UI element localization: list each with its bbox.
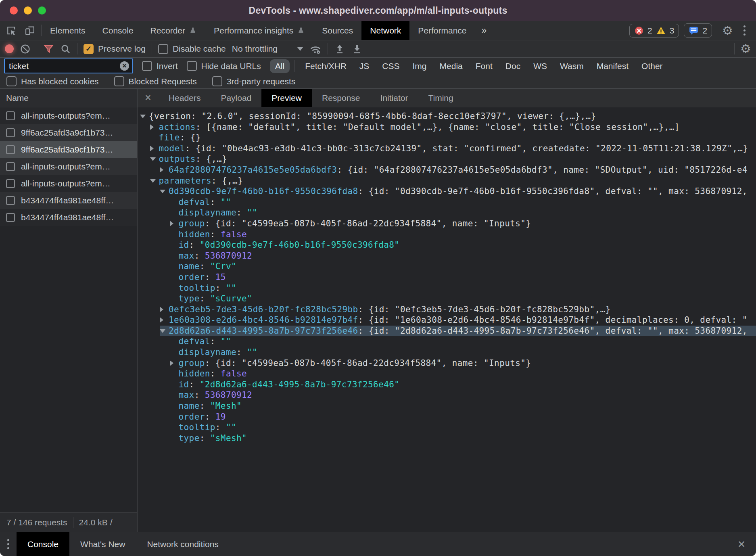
tree-line[interactable]: order: 19	[138, 412, 756, 422]
expand-arrow-icon[interactable]	[150, 154, 159, 165]
hide-data-urls-toggle[interactable]: Hide data URLs	[187, 61, 261, 71]
detail-tab-headers[interactable]: Headers	[159, 89, 211, 107]
tree-line[interactable]: max: 536870912	[138, 251, 756, 261]
clear-filter-icon[interactable]: ×	[120, 61, 129, 71]
messages-badge[interactable]: 2	[684, 23, 712, 38]
type-filter-fetch-xhr[interactable]: Fetch/XHR	[300, 59, 352, 73]
network-conditions-icon[interactable]	[309, 43, 322, 55]
drawer-tab-console[interactable]: Console	[17, 532, 69, 556]
detail-tab-payload[interactable]: Payload	[211, 89, 261, 107]
tree-line[interactable]: displayname: ""	[138, 207, 756, 218]
tree-line[interactable]: 0d390cdb-9e7f-46b0-b16f-9550c396fda8: {i…	[138, 186, 756, 197]
tree-line[interactable]: {version: "2.6.0", sessionId: "85990094-…	[138, 111, 756, 122]
tree-line[interactable]: order: 15	[138, 272, 756, 283]
invert-toggle[interactable]: Invert	[142, 61, 178, 71]
type-filter-css[interactable]: CSS	[377, 59, 405, 73]
expand-arrow-icon[interactable]	[150, 143, 159, 154]
request-row[interactable]: all-inputs-outputs?em…	[0, 158, 137, 175]
tree-line[interactable]: tooltip: ""	[138, 422, 756, 433]
close-detail-icon[interactable]: ×	[138, 89, 159, 107]
request-row[interactable]: b434474ff4a981ae48ff…	[0, 209, 137, 226]
zoom-window-button[interactable]	[38, 6, 46, 15]
tree-line[interactable]: name: "Mesh"	[138, 401, 756, 412]
has-blocked-cookies-toggle[interactable]: Has blocked cookies	[6, 76, 99, 86]
tab-elements[interactable]: Elements	[42, 21, 94, 40]
tree-line[interactable]: outputs: {,…}	[138, 154, 756, 165]
disable-cache-checkbox[interactable]	[158, 44, 168, 54]
tree-line[interactable]: group: {id: "c4599ea5-087b-405f-86ad-22d…	[138, 218, 756, 229]
type-filter-doc[interactable]: Doc	[500, 59, 526, 73]
detail-tab-response[interactable]: Response	[312, 89, 370, 107]
tab-performance[interactable]: Performance	[409, 21, 475, 40]
request-checkbox[interactable]	[6, 111, 15, 120]
disable-cache-toggle[interactable]: Disable cache	[158, 44, 226, 54]
device-toolbar-icon[interactable]	[24, 25, 36, 36]
minimize-window-button[interactable]	[24, 6, 32, 15]
import-har-icon[interactable]	[334, 43, 345, 54]
request-row[interactable]: all-inputs-outputs?em…	[0, 175, 137, 192]
tree-line[interactable]: max: 536870912	[138, 390, 756, 401]
blocked-requests-checkbox[interactable]	[114, 76, 124, 86]
expand-arrow-icon[interactable]	[160, 315, 169, 326]
tab-sources[interactable]: Sources	[313, 21, 361, 40]
close-drawer-icon[interactable]: ×	[727, 532, 756, 556]
expand-arrow-icon[interactable]	[170, 218, 179, 229]
tree-line[interactable]: parameters: {,…}	[138, 176, 756, 186]
tree-line[interactable]: 64af28807476237a4615e5e05da6bdf3: {id: "…	[138, 165, 756, 176]
tab-recorder[interactable]: Recorder	[142, 21, 205, 40]
detail-tab-preview[interactable]: Preview	[261, 89, 312, 107]
expand-arrow-icon[interactable]	[170, 358, 179, 369]
expand-arrow-icon[interactable]	[150, 176, 159, 186]
inspect-element-icon[interactable]	[6, 25, 17, 36]
tree-line[interactable]: tooltip: ""	[138, 283, 756, 294]
preserve-log-checkbox[interactable]: ✓	[84, 44, 94, 54]
preserve-log-toggle[interactable]: ✓ Preserve log	[84, 44, 146, 54]
filter-funnel-icon[interactable]	[43, 44, 54, 54]
tree-line[interactable]: actions: [{name: "default", title: "Defa…	[138, 122, 756, 133]
filter-input-box[interactable]: ×	[4, 59, 133, 73]
type-filter-manifest[interactable]: Manifest	[591, 59, 634, 73]
settings-gear-icon[interactable]: ⚙	[722, 25, 733, 37]
drawer-tab-what-s-new[interactable]: What's New	[69, 532, 136, 556]
tree-line[interactable]: file: {}	[138, 132, 756, 143]
type-filter-font[interactable]: Font	[470, 59, 498, 73]
tree-line[interactable]: id: "2d8d62a6-d443-4995-8a7b-97c73f256e4…	[138, 379, 756, 390]
tree-line[interactable]: model: {id: "0be4ac93-e3db-41c3-bb0c-313…	[138, 143, 756, 154]
third-party-requests-checkbox[interactable]	[212, 76, 222, 86]
type-filter-js[interactable]: JS	[354, 59, 375, 73]
request-row[interactable]: 9ff6ac25afd3a9cf1b73…	[0, 141, 137, 158]
request-row[interactable]: b434474ff4a981ae48ff…	[0, 192, 137, 209]
export-har-icon[interactable]	[351, 43, 363, 54]
request-checkbox[interactable]	[6, 179, 15, 188]
network-settings-gear-icon[interactable]: ⚙	[740, 43, 751, 55]
expand-arrow-icon[interactable]	[160, 326, 169, 337]
tree-line[interactable]: defval: ""	[138, 197, 756, 208]
invert-checkbox[interactable]	[142, 61, 152, 71]
type-filter-img[interactable]: Img	[407, 59, 432, 73]
tree-line[interactable]: displayname: ""	[138, 347, 756, 358]
drawer-menu-kebab-icon[interactable]	[0, 532, 17, 556]
tree-line[interactable]: 1e60a308-e2d6-4bc4-8546-b92814e97b4f: {i…	[138, 315, 756, 326]
type-filter-other[interactable]: Other	[636, 59, 668, 73]
expand-arrow-icon[interactable]	[150, 122, 159, 133]
expand-arrow-icon[interactable]	[140, 111, 149, 122]
type-filter-all[interactable]: All	[270, 59, 290, 73]
expand-arrow-icon[interactable]	[160, 304, 169, 315]
throttling-select[interactable]: No throttling	[232, 44, 303, 54]
tree-line[interactable]: 2d8d62a6-d443-4995-8a7b-97c73f256e46: {i…	[138, 326, 756, 337]
tab-performance-insights[interactable]: Performance insights	[205, 21, 313, 40]
tree-line[interactable]: group: {id: "c4599ea5-087b-405f-86ad-22d…	[138, 358, 756, 369]
tab-network[interactable]: Network	[361, 21, 409, 40]
tree-line[interactable]: type: "sMesh"	[138, 433, 756, 444]
type-filter-wasm[interactable]: Wasm	[555, 59, 589, 73]
tree-line[interactable]: type: "sCurve"	[138, 293, 756, 304]
close-window-button[interactable]	[10, 6, 18, 15]
errors-warnings-badge[interactable]: 2 3	[629, 24, 679, 38]
request-checkbox[interactable]	[6, 196, 15, 205]
requests-header[interactable]: Name	[0, 89, 137, 107]
tab-console[interactable]: Console	[94, 21, 142, 40]
expand-arrow-icon[interactable]	[160, 186, 169, 197]
tree-line[interactable]: 0efc3eb5-7de3-45d6-b20f-fc828bc529bb: {i…	[138, 304, 756, 315]
more-tabs-button[interactable]: »	[475, 21, 493, 40]
request-checkbox[interactable]	[6, 145, 15, 154]
